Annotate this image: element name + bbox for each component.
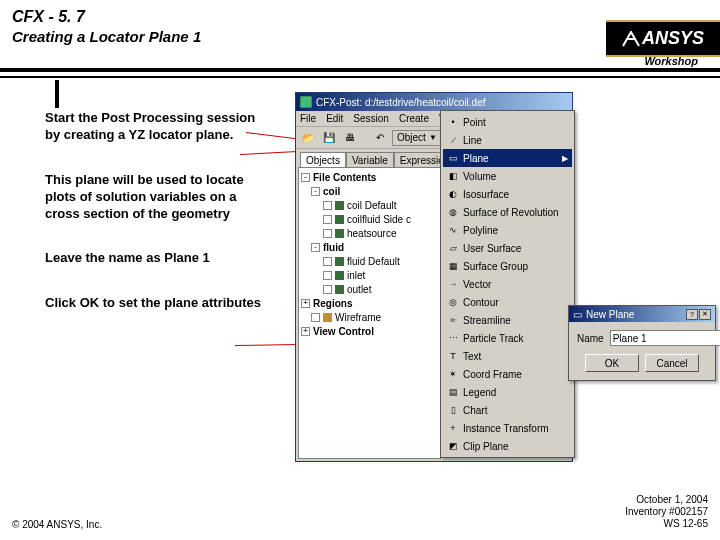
menu-item-instance[interactable]: +Instance Transform [443,419,572,437]
window-title: CFX-Post: d:/testdrive/heatcoil/coil.def [316,97,568,108]
page-title: CFX - 5. 7 [12,8,708,26]
checkbox[interactable] [323,201,332,210]
new-plane-dialog: ▭ New Plane ? ✕ Name OK Cancel [568,305,716,381]
checkbox[interactable] [323,215,332,224]
svg-rect-0 [300,96,312,108]
toolbar-undo-icon[interactable]: ↶ [371,129,389,147]
menu-item-particle[interactable]: ⋯Particle Track [443,329,572,347]
copyright: © 2004 ANSYS, Inc. [12,519,102,530]
menu-item-chart[interactable]: ▯Chart [443,401,572,419]
object-tree[interactable]: -File Contents -coil coil Default coilfl… [298,167,441,459]
volume-icon: ◧ [447,170,459,182]
menu-item-coordframe[interactable]: ✶Coord Frame [443,365,572,383]
chevron-down-icon: ▼ [429,133,437,142]
page-subtitle: Creating a Locator Plane 1 [12,28,708,45]
checkbox[interactable] [311,313,320,322]
tree-item[interactable]: coilfluid Side c [347,214,411,225]
legend-icon: ▤ [447,386,459,398]
tree-toggle-icon[interactable]: - [311,187,320,196]
checkbox[interactable] [323,285,332,294]
color-swatch-icon [335,201,344,210]
tree-item[interactable]: heatsource [347,228,396,239]
toolbar-open-icon[interactable]: 📂 [299,129,317,147]
tree-item[interactable]: Regions [313,298,352,309]
chart-icon: ▯ [447,404,459,416]
close-button[interactable]: ✕ [699,309,711,320]
tree-toggle-icon[interactable]: + [301,327,310,336]
menu-item-surfrev[interactable]: ◍Surface of Revolution [443,203,572,221]
color-swatch-icon [335,271,344,280]
tree-toggle-icon[interactable]: + [301,299,310,308]
ansys-logo: ANSYS [606,20,720,57]
polyline-icon: ∿ [447,224,459,236]
color-swatch-icon [335,229,344,238]
tree-item[interactable]: coil Default [347,200,396,211]
help-button[interactable]: ? [686,309,698,320]
tree-item[interactable]: View Control [313,326,374,337]
checkbox[interactable] [323,271,332,280]
toolbar-save-icon[interactable]: 💾 [320,129,338,147]
menu-item-streamline[interactable]: ≈Streamline [443,311,572,329]
tab-objects[interactable]: Objects [300,152,346,168]
plane-icon: ▭ [447,152,459,164]
instance-transform-icon: + [447,422,459,434]
menu-item-text[interactable]: TText [443,347,572,365]
text-icon: T [447,350,459,362]
tree-item[interactable]: outlet [347,284,371,295]
tree-item[interactable]: fluid Default [347,256,400,267]
checkbox[interactable] [323,257,332,266]
point-icon: • [447,116,459,128]
menu-item-vector[interactable]: →Vector [443,275,572,293]
wireframe-icon [323,313,332,322]
contour-icon: ◎ [447,296,459,308]
cancel-button[interactable]: Cancel [645,354,699,372]
toolbar-print-icon[interactable]: 🖶 [341,129,359,147]
dialog-title: New Plane [586,309,634,320]
instruction-text: Click OK to set the plane attributes [45,295,265,312]
instruction-text: Leave the name as Plane 1 [45,250,265,267]
menu-item-clipplane[interactable]: ◩Clip Plane [443,437,572,455]
menu-item-usersurf[interactable]: ▱User Surface [443,239,572,257]
surface-group-icon: ▦ [447,260,459,272]
tree-item[interactable]: inlet [347,270,365,281]
tab-variable[interactable]: Variable [346,152,394,168]
plane-name-input[interactable] [610,330,720,346]
footer-info: October 1, 2004 Inventory #002157 WS 12-… [625,494,708,530]
divider [0,76,720,78]
tree-item[interactable]: coil [323,186,340,197]
particle-track-icon: ⋯ [447,332,459,344]
menu-item-contour[interactable]: ◎Contour [443,293,572,311]
tree-item[interactable]: fluid [323,242,344,253]
checkbox[interactable] [323,229,332,238]
user-surface-icon: ▱ [447,242,459,254]
menu-item-point[interactable]: •Point [443,113,572,131]
menu-edit[interactable]: Edit [326,113,343,124]
menu-item-isosurface[interactable]: ◐Isosurface [443,185,572,203]
dialog-titlebar[interactable]: ▭ New Plane ? ✕ [569,306,715,322]
object-create-menu: •Point ⟋Line ▭Plane▶ ◧Volume ◐Isosurface… [440,110,575,458]
menu-item-legend[interactable]: ▤Legend [443,383,572,401]
menu-session[interactable]: Session [353,113,389,124]
menu-item-line[interactable]: ⟋Line [443,131,572,149]
object-dropdown-button[interactable]: Object ▼ [392,130,442,146]
tree-toggle-icon[interactable]: - [311,243,320,252]
menu-create[interactable]: Create [399,113,429,124]
menu-item-volume[interactable]: ◧Volume [443,167,572,185]
window-titlebar[interactable]: CFX-Post: d:/testdrive/heatcoil/coil.def [296,93,572,111]
tree-item[interactable]: Wireframe [335,312,381,323]
coord-frame-icon: ✶ [447,368,459,380]
color-swatch-icon [335,285,344,294]
menu-item-polyline[interactable]: ∿Polyline [443,221,572,239]
object-dropdown-label: Object [397,132,426,143]
clip-plane-icon: ◩ [447,440,459,452]
menu-item-surfgroup[interactable]: ▦Surface Group [443,257,572,275]
menu-item-plane[interactable]: ▭Plane▶ [443,149,572,167]
menu-file[interactable]: File [300,113,316,124]
vector-icon: → [447,278,459,290]
ok-button[interactable]: OK [585,354,639,372]
tree-toggle-icon[interactable]: - [301,173,310,182]
tree-item[interactable]: File Contents [313,172,376,183]
ansys-logo-icon [622,31,640,47]
name-label: Name [577,333,604,344]
color-swatch-icon [335,215,344,224]
